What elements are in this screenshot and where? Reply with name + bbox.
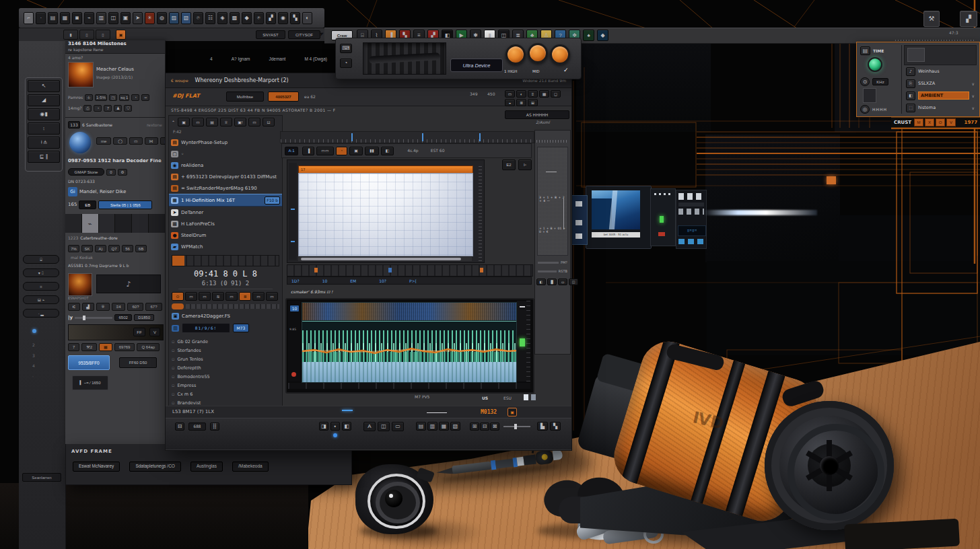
selected-blue-button[interactable]: 9535/8FF0 [68,355,110,370]
bt-right-button[interactable]: ▙ [537,422,548,431]
strip-pill-button[interactable]: ▾ ⌷ [23,268,59,277]
sphere-tool-button[interactable]: ◯ [113,137,127,145]
small-button[interactable]: ≡4 [112,303,126,311]
toolbar-a-icon-button[interactable]: ◉ [278,12,288,24]
viewport-icon-button[interactable]: ◧ [381,147,394,155]
rp-icon-button[interactable]: ▐▌ [547,279,557,285]
mode-button[interactable]: ◫ [378,422,390,431]
view-button[interactable]: ⊠ [490,423,499,431]
list2-row[interactable]: ▫Defereptth [169,363,282,372]
mix-item-button[interactable]: ⚒2 [81,343,97,351]
trp-list-row[interactable]: ⬚ histema ∨ [904,102,977,114]
subbar-tab[interactable]: ▯ [96,30,110,40]
view-button[interactable]: ⊟ [480,423,489,431]
sidebar-tool-button[interactable]: ⊡ [262,118,275,126]
toolbar-a-icon-button[interactable]: ◙ [72,12,82,24]
sidebar-tool-button[interactable]: ▣! [234,118,246,126]
trp-list-row[interactable]: ♪ Weinhaus [904,65,977,77]
strip2-cell[interactable]: ≣ [239,292,251,301]
toolbar-a-icon-button[interactable]: ▚ [290,12,300,24]
window-tab[interactable]: Jdemant [265,56,289,62]
gi-row[interactable]: Gi Mandel, Reiser Dike [68,187,162,196]
strip2-cell[interactable]: ▭ [185,292,197,301]
tree-row[interactable]: ▦ 1 Hi-Definition Mix 16T F10 b [169,194,282,207]
tree-row[interactable]: ▰ WPMatch [169,241,282,252]
marker-label[interactable]: 10? [379,279,386,283]
mini-slider-track[interactable] [503,426,530,427]
toolbar-a-icon-button[interactable]: ◍ [157,12,167,24]
tool-icon-button[interactable]: A) [95,245,106,252]
viewport-icon-button[interactable]: ▐ [302,147,314,155]
tag-tile-button[interactable]: V [946,118,956,126]
footer-button[interactable]: Sdatapletunegs /CO [129,462,181,472]
rp-icon-button[interactable]: ◫ [569,279,578,285]
subbar-tab[interactable]: ▮ [63,30,78,40]
toolbar-orange-chip[interactable]: 4005327 [268,92,299,102]
small-button[interactable]: ⑆ [68,303,80,311]
toolbar-a-icon-button[interactable]: ⌐ [24,12,34,24]
control-icon-button[interactable]: ⛉ [124,105,132,112]
cluster-icon-button[interactable]: ⊞ [528,99,538,106]
footer-button[interactable]: Austinglas [190,462,223,472]
knob-mid[interactable] [528,43,548,63]
pill-button[interactable]: GMAP Stone [68,168,104,176]
rp-slider-track[interactable] [538,270,557,272]
sphere-tool-button[interactable]: me [96,137,111,145]
mix-item-button[interactable]: ▦ [99,343,112,351]
group-button[interactable]: ▦ [439,422,449,431]
toolbar-b-icon-button[interactable]: ♠ [583,30,594,41]
orange-pill[interactable] [172,303,184,309]
toolbar-a-icon-button[interactable]: ➤ [133,12,143,24]
strip2-cell[interactable]: ⊙ [172,292,184,301]
window-tab[interactable]: 4 [206,56,217,62]
sphere-tool-button[interactable]: ⋈ [145,137,158,145]
marker-label[interactable]: 1D? [291,279,300,283]
marker-label[interactable]: P>[ [409,279,417,283]
mode-button[interactable]: A [363,422,376,431]
bt-button[interactable]: ⊟ [175,423,184,431]
toolbar-a-icon-button[interactable]: ◫ [108,12,118,24]
toolbar-a-icon-button[interactable]: ☷ [205,12,215,24]
bt-chip[interactable]: 688 [188,423,206,431]
list2-row[interactable]: ▫Sterfandes [169,346,282,355]
slider-track[interactable] [75,317,112,319]
strip2-cell[interactable]: ≋ [212,292,224,301]
strip-pill-button[interactable]: ⌸ [23,255,59,264]
toolbar-a-icon-button[interactable]: ▤ [48,12,58,24]
control-icon-button[interactable]: 7 [104,105,112,112]
trp-list-row[interactable]: ◧ AMBIENT ∨ [904,89,977,102]
cluster-icon-button[interactable]: ◻ [551,90,561,98]
group-button[interactable]: ▥ [427,422,438,431]
sphere-tool-button[interactable]: ▭ [129,137,143,145]
group-button[interactable]: ▤ [416,422,426,431]
photo-strip[interactable]: FF V [68,324,164,340]
toolbar-a-icon-button[interactable]: ▥ [96,12,106,24]
value-chip[interactable]: 6502 [114,314,132,321]
toolbar-a-icon-button[interactable]: ✳ [145,12,155,24]
mix-item-button[interactable]: 7 [68,343,79,351]
list2-row[interactable]: ▫Grun Tenlos [169,355,282,363]
mix-item-button[interactable]: 69769 [114,343,135,351]
toolbar-a-icon-button[interactable]: ◈ [217,12,228,24]
media-card[interactable]: Meacher Celaus Inagep (2013/2/1) [68,62,162,89]
subbar-tab[interactable]: ▯ [79,30,94,40]
strip-cluster-button[interactable]: ◢ [28,94,60,106]
subbar-label-button[interactable]: SNYAST [256,30,285,39]
toolbar-a-icon-button[interactable]: ▣ [120,12,131,24]
mode-button[interactable]: ▭ [392,422,404,431]
value-chip[interactable]: D1850 [134,314,154,321]
transport-button[interactable]: ◧ [342,422,351,431]
subbar-orange-tab[interactable]: ▣ [116,30,126,40]
cluster-icon-button[interactable]: ▭ [505,90,515,98]
tool-icon-button[interactable]: SK [81,245,93,252]
rp-icon-button[interactable]: ◧ [536,279,546,285]
canvas-side-button[interactable]: E2 [502,159,516,170]
photo-chip[interactable]: FF [133,328,145,336]
mixer-icon-button[interactable]: ⌨ [340,44,352,53]
ultra-device-button[interactable]: Ultra Device [450,59,503,72]
sidebar-tool-button[interactable]: ♕ [220,118,232,126]
strip-cluster-button[interactable]: ↖ [28,80,60,92]
control-icon-button[interactable]: ◳ [109,94,117,101]
mini-doc-icon[interactable] [524,394,528,400]
view-button[interactable]: ⊞ [470,423,479,431]
